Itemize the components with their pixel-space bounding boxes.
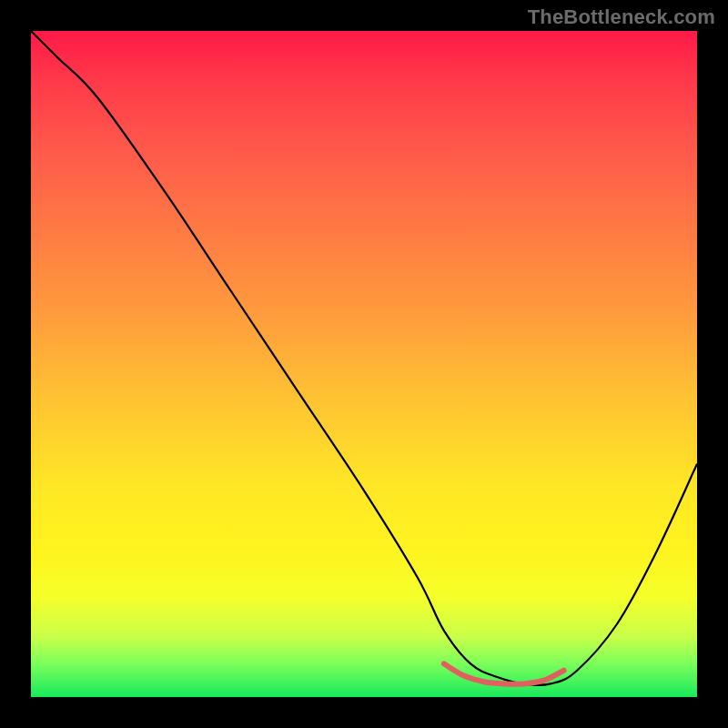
chart-frame: TheBottleneck.com — [0, 0, 728, 728]
curve-layer — [31, 31, 697, 697]
primary-curve — [31, 31, 697, 685]
watermark-text: TheBottleneck.com — [528, 5, 715, 29]
optimum-segment — [444, 663, 564, 683]
plot-area — [31, 31, 697, 697]
